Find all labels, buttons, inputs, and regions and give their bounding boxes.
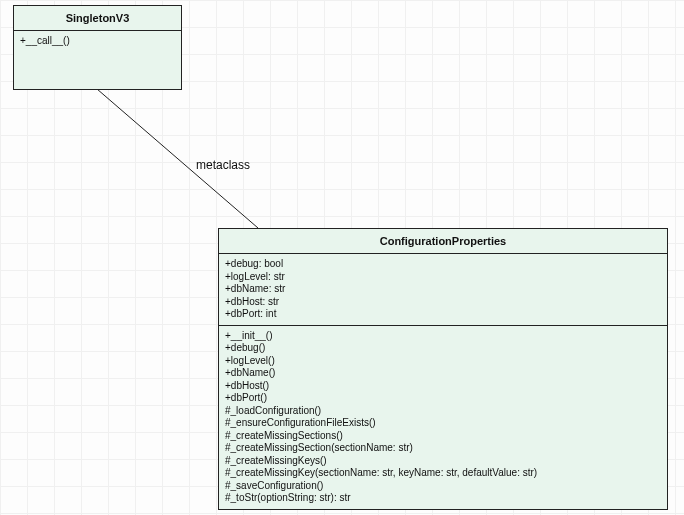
class-name: ConfigurationProperties — [219, 229, 667, 254]
class-attributes: +debug: bool +logLevel: str +dbName: str… — [219, 254, 667, 326]
class-methods: +__init__() +debug() +logLevel() +dbName… — [219, 326, 667, 509]
class-methods: +__call__() — [14, 31, 181, 89]
class-configurationproperties[interactable]: ConfigurationProperties +debug: bool +lo… — [218, 228, 668, 510]
class-name: SingletonV3 — [14, 6, 181, 31]
relation-label: metaclass — [196, 158, 250, 172]
class-singletonv3[interactable]: SingletonV3 +__call__() — [13, 5, 182, 90]
